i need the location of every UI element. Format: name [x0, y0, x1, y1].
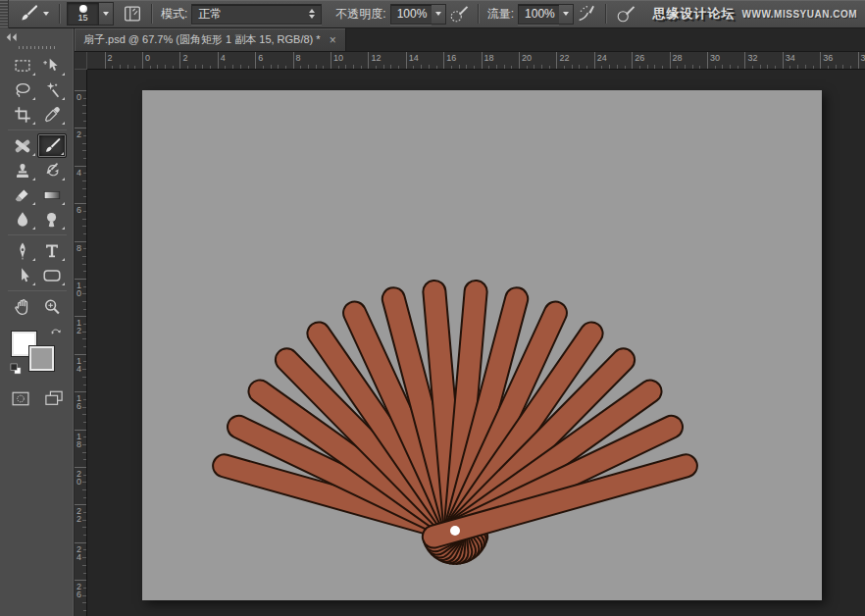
- path-selection-tool[interactable]: [8, 263, 37, 287]
- eyedropper-tool[interactable]: [37, 102, 67, 127]
- rectangular-marquee-tool[interactable]: [8, 53, 37, 77]
- brush-size-value: 15: [77, 13, 87, 23]
- panel-grip[interactable]: [19, 46, 56, 49]
- crop-tool[interactable]: [8, 102, 37, 127]
- move-tool[interactable]: [37, 53, 67, 77]
- ruler-tick: [338, 66, 339, 69]
- blend-mode-select[interactable]: 正常: [191, 4, 322, 25]
- pressure-opacity-button[interactable]: [446, 3, 472, 26]
- blur-tool[interactable]: [8, 207, 37, 231]
- ruler-tick: [271, 65, 272, 69]
- ruler-tick: [482, 52, 483, 69]
- ruler-label: 6: [76, 206, 83, 214]
- opacity-dropdown-button[interactable]: [432, 4, 446, 25]
- ruler-label: 12: [371, 53, 381, 63]
- vertical-ruler[interactable]: 02468101214161820222426: [75, 70, 87, 616]
- ruler-label: 4: [76, 169, 83, 177]
- zoom-tool[interactable]: [37, 294, 67, 319]
- hand-tool[interactable]: [8, 294, 37, 319]
- ruler-tick: [83, 573, 86, 574]
- magic-wand-icon: [41, 79, 63, 101]
- ruler-tick: [82, 226, 86, 227]
- ruler-label: 26: [635, 53, 644, 63]
- ruler-tick: [752, 66, 753, 69]
- ruler-tick: [685, 65, 686, 69]
- ruler-tick: [519, 52, 520, 69]
- brush-preset-picker[interactable]: 15: [67, 2, 114, 26]
- magic-wand-tool[interactable]: [37, 77, 67, 102]
- pressure-size-button[interactable]: [613, 3, 638, 26]
- ruler-tick: [429, 65, 430, 69]
- ruler-tick: [609, 65, 610, 69]
- ruler-tick: [82, 557, 86, 558]
- flow-control[interactable]: 100%: [518, 4, 574, 25]
- ruler-tick: [556, 52, 557, 69]
- pen-tool[interactable]: [8, 238, 37, 263]
- ruler-tick: [82, 414, 86, 415]
- tool-options-bar: 15 模式: 正常 不透明度: 100%: [0, 0, 865, 28]
- lasso-tool[interactable]: [8, 77, 37, 102]
- ruler-tick: [572, 65, 573, 69]
- ruler-tick: [368, 52, 369, 69]
- horizontal-ruler[interactable]: 202468101214161820222426283032343638: [87, 52, 865, 70]
- brush-tool[interactable]: [37, 133, 67, 158]
- ruler-tick: [83, 98, 86, 99]
- document-tab[interactable]: 扇子.psd @ 67.7% (圆角矩形 1 副本 15, RGB/8) * ×: [75, 28, 346, 51]
- healing-brush-tool[interactable]: [8, 133, 37, 158]
- ruler-label: 10: [76, 282, 83, 297]
- eraser-tool[interactable]: [8, 182, 37, 207]
- ruler-tick: [722, 65, 723, 69]
- airbrush-icon: [576, 3, 597, 25]
- dodge-tool[interactable]: [37, 207, 67, 231]
- quick-mask-icon: [11, 390, 30, 407]
- ruler-label: 16: [446, 53, 456, 63]
- pen-pressure-opacity-icon: [448, 3, 470, 25]
- ruler-tick: [75, 316, 86, 317]
- opacity-value[interactable]: 100%: [390, 4, 432, 25]
- ruler-tick: [331, 52, 331, 69]
- ruler-tick: [670, 52, 671, 69]
- tool-preset-picker[interactable]: [13, 0, 53, 27]
- flow-value[interactable]: 100%: [518, 4, 559, 25]
- brush-preset-dropdown-button[interactable]: [99, 2, 114, 26]
- ruler-tick: [232, 65, 233, 69]
- default-colors-icon[interactable]: [9, 362, 23, 376]
- gradient-tool[interactable]: [37, 182, 67, 207]
- ruler-tick: [82, 301, 86, 302]
- ruler-tick: [83, 549, 86, 550]
- tool-row: [8, 102, 67, 127]
- ruler-tick: [255, 52, 256, 69]
- ruler-tick: [699, 66, 700, 69]
- ruler-tick: [82, 520, 86, 521]
- flow-dropdown-button[interactable]: [559, 4, 574, 25]
- ruler-tick: [293, 52, 294, 69]
- ruler-tick: [263, 66, 264, 69]
- collapse-panel-icon[interactable]: [4, 31, 20, 43]
- swap-colors-icon[interactable]: [50, 325, 64, 337]
- quick-mask-button[interactable]: [9, 389, 32, 407]
- ruler-tick: [202, 65, 203, 69]
- ruler-label: 8: [76, 244, 83, 252]
- hand-icon: [12, 296, 33, 318]
- background-color-swatch[interactable]: [29, 346, 54, 371]
- airbrush-button[interactable]: [574, 3, 599, 26]
- rounded-rectangle-tool[interactable]: [37, 263, 67, 287]
- history-brush-tool[interactable]: [37, 158, 67, 182]
- ruler-label: 12: [76, 319, 83, 334]
- toggle-brush-panel-button[interactable]: [120, 3, 145, 26]
- ruler-tick: [83, 346, 86, 347]
- lasso-icon: [12, 79, 33, 101]
- history-brush-icon: [41, 160, 63, 181]
- ruler-tick: [383, 65, 384, 69]
- tab-close-icon[interactable]: ×: [330, 34, 336, 46]
- ruler-corner[interactable]: [75, 52, 87, 70]
- opacity-control[interactable]: 100%: [390, 4, 446, 25]
- document-canvas[interactable]: [142, 90, 822, 600]
- screen-mode-button[interactable]: [42, 389, 66, 407]
- tool-separator: [8, 290, 67, 291]
- type-tool[interactable]: [37, 238, 67, 263]
- clone-stamp-tool[interactable]: [8, 158, 37, 182]
- fan-rivet: [450, 526, 460, 536]
- options-bar-grip[interactable]: [0, 0, 9, 28]
- ruler-tick: [83, 271, 86, 272]
